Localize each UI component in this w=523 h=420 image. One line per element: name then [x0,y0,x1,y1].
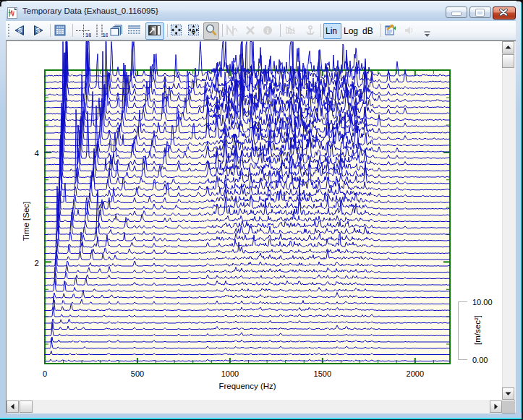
svg-text:i: i [267,27,269,35]
svg-text:4: 4 [35,149,40,158]
svg-text:10: 10 [103,32,109,38]
svg-text:S: S [36,27,41,34]
svg-text:0.00: 0.00 [472,356,488,364]
svg-text:500: 500 [131,369,144,378]
svg-text:1500: 1500 [314,369,331,378]
svg-text:0: 0 [43,369,47,378]
svg-text:1000: 1000 [221,369,239,378]
svg-text:A: A [192,27,196,34]
svg-text:Time [Sec]: Time [Sec] [22,202,30,241]
svg-text:S: S [18,27,22,34]
svg-text:2: 2 [35,259,39,267]
svg-text:Frequency (Hz): Frequency (Hz) [218,382,276,390]
svg-text:10.00: 10.00 [472,298,493,307]
svg-text:2000: 2000 [407,369,424,378]
svg-text:10: 10 [85,32,91,38]
svg-text:[m/sec²]: [m/sec²] [473,315,482,345]
